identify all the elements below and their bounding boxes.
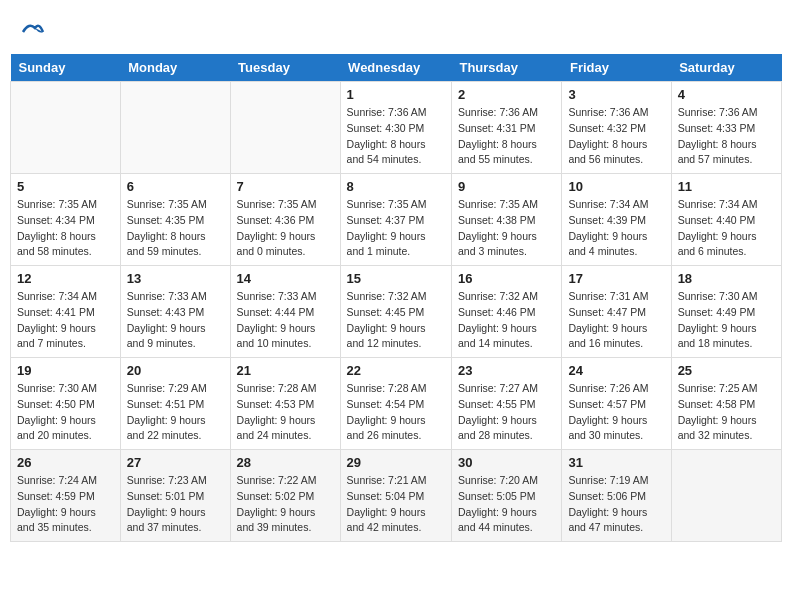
day-info: Sunrise: 7:34 AMSunset: 4:39 PMDaylight:… xyxy=(568,197,664,260)
calendar-day-cell: 28Sunrise: 7:22 AMSunset: 5:02 PMDayligh… xyxy=(230,450,340,542)
calendar-day-cell: 30Sunrise: 7:20 AMSunset: 5:05 PMDayligh… xyxy=(451,450,561,542)
day-number: 7 xyxy=(237,179,334,194)
day-info: Sunrise: 7:25 AMSunset: 4:58 PMDaylight:… xyxy=(678,381,775,444)
calendar-day-cell: 31Sunrise: 7:19 AMSunset: 5:06 PMDayligh… xyxy=(562,450,671,542)
calendar-day-cell: 14Sunrise: 7:33 AMSunset: 4:44 PMDayligh… xyxy=(230,266,340,358)
day-number: 29 xyxy=(347,455,445,470)
day-info: Sunrise: 7:22 AMSunset: 5:02 PMDaylight:… xyxy=(237,473,334,536)
calendar-day-cell: 29Sunrise: 7:21 AMSunset: 5:04 PMDayligh… xyxy=(340,450,451,542)
calendar-week-row: 1Sunrise: 7:36 AMSunset: 4:30 PMDaylight… xyxy=(11,82,782,174)
day-number: 20 xyxy=(127,363,224,378)
day-number: 12 xyxy=(17,271,114,286)
calendar-day-cell: 18Sunrise: 7:30 AMSunset: 4:49 PMDayligh… xyxy=(671,266,781,358)
calendar-day-cell xyxy=(11,82,121,174)
day-number: 21 xyxy=(237,363,334,378)
calendar-day-cell: 19Sunrise: 7:30 AMSunset: 4:50 PMDayligh… xyxy=(11,358,121,450)
day-info: Sunrise: 7:35 AMSunset: 4:38 PMDaylight:… xyxy=(458,197,555,260)
calendar-day-cell: 10Sunrise: 7:34 AMSunset: 4:39 PMDayligh… xyxy=(562,174,671,266)
day-info: Sunrise: 7:36 AMSunset: 4:31 PMDaylight:… xyxy=(458,105,555,168)
calendar-header-row: SundayMondayTuesdayWednesdayThursdayFrid… xyxy=(11,54,782,82)
day-number: 9 xyxy=(458,179,555,194)
weekday-header: Wednesday xyxy=(340,54,451,82)
calendar-day-cell: 5Sunrise: 7:35 AMSunset: 4:34 PMDaylight… xyxy=(11,174,121,266)
calendar-day-cell: 26Sunrise: 7:24 AMSunset: 4:59 PMDayligh… xyxy=(11,450,121,542)
day-number: 18 xyxy=(678,271,775,286)
day-info: Sunrise: 7:35 AMSunset: 4:37 PMDaylight:… xyxy=(347,197,445,260)
calendar-day-cell: 6Sunrise: 7:35 AMSunset: 4:35 PMDaylight… xyxy=(120,174,230,266)
calendar-day-cell: 21Sunrise: 7:28 AMSunset: 4:53 PMDayligh… xyxy=(230,358,340,450)
day-info: Sunrise: 7:31 AMSunset: 4:47 PMDaylight:… xyxy=(568,289,664,352)
day-info: Sunrise: 7:30 AMSunset: 4:49 PMDaylight:… xyxy=(678,289,775,352)
day-number: 23 xyxy=(458,363,555,378)
logo-text xyxy=(20,20,45,44)
day-number: 15 xyxy=(347,271,445,286)
calendar-day-cell: 13Sunrise: 7:33 AMSunset: 4:43 PMDayligh… xyxy=(120,266,230,358)
calendar-day-cell: 9Sunrise: 7:35 AMSunset: 4:38 PMDaylight… xyxy=(451,174,561,266)
calendar-week-row: 19Sunrise: 7:30 AMSunset: 4:50 PMDayligh… xyxy=(11,358,782,450)
day-info: Sunrise: 7:34 AMSunset: 4:41 PMDaylight:… xyxy=(17,289,114,352)
calendar-day-cell: 27Sunrise: 7:23 AMSunset: 5:01 PMDayligh… xyxy=(120,450,230,542)
day-number: 30 xyxy=(458,455,555,470)
calendar-day-cell xyxy=(671,450,781,542)
day-number: 6 xyxy=(127,179,224,194)
calendar-day-cell: 22Sunrise: 7:28 AMSunset: 4:54 PMDayligh… xyxy=(340,358,451,450)
day-info: Sunrise: 7:36 AMSunset: 4:33 PMDaylight:… xyxy=(678,105,775,168)
day-number: 16 xyxy=(458,271,555,286)
calendar-day-cell: 20Sunrise: 7:29 AMSunset: 4:51 PMDayligh… xyxy=(120,358,230,450)
logo-general xyxy=(20,22,45,39)
day-number: 10 xyxy=(568,179,664,194)
day-info: Sunrise: 7:35 AMSunset: 4:35 PMDaylight:… xyxy=(127,197,224,260)
weekday-header: Saturday xyxy=(671,54,781,82)
calendar-table: SundayMondayTuesdayWednesdayThursdayFrid… xyxy=(10,54,782,542)
calendar-day-cell: 24Sunrise: 7:26 AMSunset: 4:57 PMDayligh… xyxy=(562,358,671,450)
day-number: 5 xyxy=(17,179,114,194)
day-number: 24 xyxy=(568,363,664,378)
day-info: Sunrise: 7:28 AMSunset: 4:54 PMDaylight:… xyxy=(347,381,445,444)
calendar-day-cell: 25Sunrise: 7:25 AMSunset: 4:58 PMDayligh… xyxy=(671,358,781,450)
day-info: Sunrise: 7:26 AMSunset: 4:57 PMDaylight:… xyxy=(568,381,664,444)
calendar-week-row: 12Sunrise: 7:34 AMSunset: 4:41 PMDayligh… xyxy=(11,266,782,358)
day-info: Sunrise: 7:33 AMSunset: 4:44 PMDaylight:… xyxy=(237,289,334,352)
calendar-day-cell xyxy=(230,82,340,174)
day-info: Sunrise: 7:24 AMSunset: 4:59 PMDaylight:… xyxy=(17,473,114,536)
calendar-week-row: 26Sunrise: 7:24 AMSunset: 4:59 PMDayligh… xyxy=(11,450,782,542)
calendar-day-cell: 8Sunrise: 7:35 AMSunset: 4:37 PMDaylight… xyxy=(340,174,451,266)
day-info: Sunrise: 7:21 AMSunset: 5:04 PMDaylight:… xyxy=(347,473,445,536)
day-info: Sunrise: 7:23 AMSunset: 5:01 PMDaylight:… xyxy=(127,473,224,536)
calendar-day-cell: 7Sunrise: 7:35 AMSunset: 4:36 PMDaylight… xyxy=(230,174,340,266)
calendar-day-cell: 2Sunrise: 7:36 AMSunset: 4:31 PMDaylight… xyxy=(451,82,561,174)
day-info: Sunrise: 7:28 AMSunset: 4:53 PMDaylight:… xyxy=(237,381,334,444)
day-info: Sunrise: 7:29 AMSunset: 4:51 PMDaylight:… xyxy=(127,381,224,444)
day-info: Sunrise: 7:27 AMSunset: 4:55 PMDaylight:… xyxy=(458,381,555,444)
weekday-header: Monday xyxy=(120,54,230,82)
day-number: 4 xyxy=(678,87,775,102)
day-number: 28 xyxy=(237,455,334,470)
calendar-week-row: 5Sunrise: 7:35 AMSunset: 4:34 PMDaylight… xyxy=(11,174,782,266)
calendar-day-cell: 3Sunrise: 7:36 AMSunset: 4:32 PMDaylight… xyxy=(562,82,671,174)
weekday-header: Tuesday xyxy=(230,54,340,82)
day-info: Sunrise: 7:32 AMSunset: 4:45 PMDaylight:… xyxy=(347,289,445,352)
logo-icon xyxy=(21,20,45,44)
day-number: 22 xyxy=(347,363,445,378)
logo xyxy=(20,20,45,44)
calendar-day-cell: 23Sunrise: 7:27 AMSunset: 4:55 PMDayligh… xyxy=(451,358,561,450)
day-number: 26 xyxy=(17,455,114,470)
day-info: Sunrise: 7:19 AMSunset: 5:06 PMDaylight:… xyxy=(568,473,664,536)
day-number: 19 xyxy=(17,363,114,378)
calendar-day-cell: 11Sunrise: 7:34 AMSunset: 4:40 PMDayligh… xyxy=(671,174,781,266)
day-number: 3 xyxy=(568,87,664,102)
weekday-header: Friday xyxy=(562,54,671,82)
weekday-header: Sunday xyxy=(11,54,121,82)
day-number: 1 xyxy=(347,87,445,102)
day-info: Sunrise: 7:35 AMSunset: 4:36 PMDaylight:… xyxy=(237,197,334,260)
page-header xyxy=(10,10,782,49)
calendar-day-cell: 12Sunrise: 7:34 AMSunset: 4:41 PMDayligh… xyxy=(11,266,121,358)
day-number: 17 xyxy=(568,271,664,286)
day-info: Sunrise: 7:34 AMSunset: 4:40 PMDaylight:… xyxy=(678,197,775,260)
day-number: 31 xyxy=(568,455,664,470)
day-info: Sunrise: 7:33 AMSunset: 4:43 PMDaylight:… xyxy=(127,289,224,352)
day-info: Sunrise: 7:30 AMSunset: 4:50 PMDaylight:… xyxy=(17,381,114,444)
day-info: Sunrise: 7:20 AMSunset: 5:05 PMDaylight:… xyxy=(458,473,555,536)
calendar-day-cell: 15Sunrise: 7:32 AMSunset: 4:45 PMDayligh… xyxy=(340,266,451,358)
day-number: 2 xyxy=(458,87,555,102)
